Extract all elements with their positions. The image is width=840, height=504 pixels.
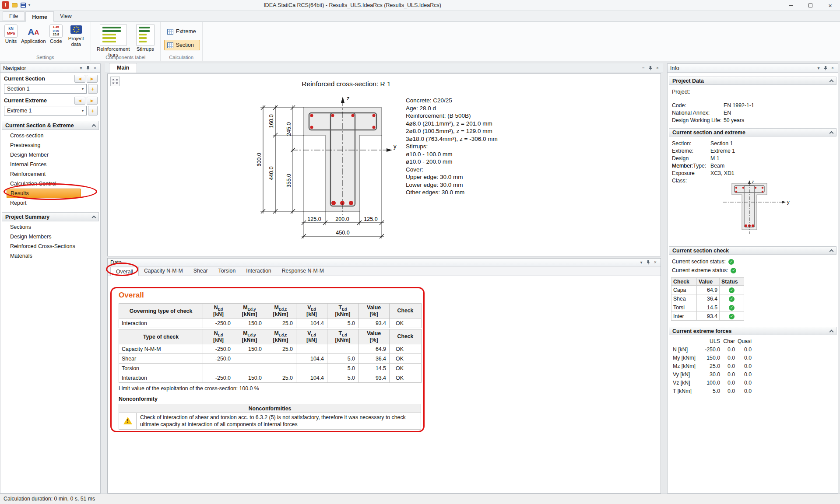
table-row: Capacity N-M-M -250.0 150.0 25.0 64.9 OK bbox=[119, 344, 422, 354]
application-button[interactable]: A A Application bbox=[20, 24, 47, 45]
minimize-button[interactable] bbox=[781, 0, 801, 11]
prev-extreme-button[interactable]: ◀ bbox=[74, 97, 85, 105]
project-data-button[interactable]: Project data bbox=[65, 24, 87, 48]
section-button[interactable]: Section bbox=[164, 40, 200, 50]
col-check: Check bbox=[390, 304, 422, 318]
value-cell bbox=[296, 344, 327, 354]
navigator-item-calculation-control[interactable]: Calculation Control bbox=[0, 179, 100, 189]
status-ok-icon: ✓ bbox=[729, 296, 735, 302]
navigator-item-prestressing[interactable]: Prestressing bbox=[0, 140, 100, 150]
table-row: Vz [kN]100.00.00.0 bbox=[672, 378, 752, 387]
close-icon[interactable]: × bbox=[652, 259, 659, 266]
value-cell: 25.0 bbox=[265, 344, 296, 354]
navigator-item-results[interactable]: Results bbox=[7, 189, 81, 198]
next-extreme-button[interactable]: ▶ bbox=[87, 97, 98, 105]
col-ved: VEd[kN] bbox=[296, 329, 327, 344]
navigator-item-sections[interactable]: Sections bbox=[0, 222, 100, 232]
next-section-button[interactable]: ▶ bbox=[87, 75, 98, 83]
tab-response-nmm[interactable]: Response N-M-M bbox=[277, 266, 329, 276]
tab-main[interactable]: Main bbox=[109, 63, 137, 73]
section-notes: Concrete: C20/25 Age: 28.0 d Reinforceme… bbox=[406, 97, 498, 196]
chevron-down-icon[interactable]: ▾ bbox=[77, 65, 84, 72]
navigator-item-design-members[interactable]: Design Members bbox=[0, 232, 100, 242]
col-medz: MEd,z[kNm] bbox=[265, 304, 296, 318]
extreme-manager-button[interactable]: + bbox=[88, 106, 98, 116]
data-tab-strip: Overall Capacity N-M-M Shear Torsion Int… bbox=[108, 266, 661, 276]
chevron-down-icon[interactable]: ▾ bbox=[638, 259, 645, 266]
chevron-down-icon[interactable]: ▾ bbox=[815, 65, 822, 72]
group-current-extreme-forces[interactable]: Current extreme forces bbox=[669, 327, 836, 335]
group-current-section-check[interactable]: Current section check bbox=[669, 246, 836, 255]
dim-total-width: 450.0 bbox=[336, 230, 349, 236]
code-icon: 1.45 0.90 25.8 bbox=[49, 24, 63, 38]
section-manager-button[interactable]: + bbox=[88, 84, 98, 94]
group-project-summary[interactable]: Project Summary bbox=[2, 212, 99, 221]
value-cell: 25.0 bbox=[265, 373, 296, 383]
eu-flag-icon bbox=[70, 24, 83, 35]
nonconformity-label: Nonconformity bbox=[119, 396, 661, 402]
note-line: Other edges: 30.0 mm bbox=[406, 189, 498, 196]
dim-z-top: 245.0 bbox=[286, 122, 292, 136]
tab-view[interactable]: View bbox=[54, 11, 78, 21]
row-label-cell: Shear bbox=[119, 354, 203, 364]
navigator-item-reinforcement[interactable]: Reinforcement bbox=[0, 169, 100, 179]
navigator-item-internal-forces[interactable]: Internal Forces bbox=[0, 160, 100, 169]
value-cell: -250.0 bbox=[203, 318, 234, 328]
close-icon[interactable]: × bbox=[654, 64, 661, 71]
code-button[interactable]: 1.45 0.90 25.8 Code bbox=[49, 24, 63, 45]
section-select[interactable]: Section 1 ▾ bbox=[4, 84, 87, 94]
status-ok-icon: ✓ bbox=[731, 268, 736, 273]
nonconformities-table: Nonconformities ! Check of interaction o… bbox=[119, 404, 421, 430]
tab-overall[interactable]: Overall bbox=[110, 267, 139, 276]
tab-home[interactable]: Home bbox=[25, 11, 54, 22]
ribbon: kN MPa Units A A Application 1.45 0.90 2… bbox=[0, 22, 840, 61]
navigator-list: Sections Design Members Reinforced Cross… bbox=[0, 221, 100, 261]
prev-section-button[interactable]: ◀ bbox=[74, 75, 85, 83]
tab-file[interactable]: File bbox=[3, 11, 25, 21]
tab-capacity-nmm[interactable]: Capacity N-M-M bbox=[139, 266, 188, 276]
tab-torsion[interactable]: Torsion bbox=[213, 266, 241, 276]
value-cell: 104.4 bbox=[296, 373, 327, 383]
stirrups-button[interactable]: Stirrups bbox=[134, 24, 157, 53]
close-icon[interactable]: × bbox=[829, 65, 836, 72]
menu-icon[interactable]: ≡ bbox=[640, 64, 647, 71]
group-current-section-extreme[interactable]: Current Section & Extreme bbox=[2, 121, 99, 130]
navigator-item-materials[interactable]: Materials bbox=[0, 251, 100, 261]
navigator-item-reinforced-cross-sections[interactable]: Reinforced Cross-Sections bbox=[0, 242, 100, 251]
maximize-button[interactable] bbox=[801, 0, 820, 11]
pin-icon[interactable] bbox=[822, 65, 829, 72]
pin-icon[interactable] bbox=[647, 64, 654, 71]
note-line: ø10.0 - 100.0 mm bbox=[406, 150, 498, 158]
pin-icon[interactable] bbox=[84, 65, 91, 72]
info-row: Design Working Life:50 years bbox=[668, 117, 838, 124]
navigator-list: Cross-section Prestressing Design Member… bbox=[0, 130, 100, 208]
dim-total-height: 600.0 bbox=[256, 153, 262, 166]
status-ok-icon: ✓ bbox=[729, 305, 735, 311]
close-icon[interactable]: × bbox=[91, 65, 98, 72]
table-row: Shea36.4✓ bbox=[671, 294, 744, 303]
status-bar: Calculation duration: 0 min, 0 s, 51 ms bbox=[0, 494, 840, 504]
note-line: 4ø8.0 (201.1mm²), z = 201.0 mm bbox=[406, 120, 498, 128]
col-ved: VEd[kN] bbox=[296, 304, 327, 318]
ribbon-group-components-label: Reinforcement bars Stirrups Components l… bbox=[91, 22, 161, 61]
value-cell: -250.0 bbox=[203, 373, 234, 383]
extreme-button[interactable]: Extreme bbox=[164, 26, 200, 37]
z-axis-label: z bbox=[347, 95, 350, 102]
tab-interaction[interactable]: Interaction bbox=[241, 266, 276, 276]
group-current-section-extreme[interactable]: Current section and extreme bbox=[669, 128, 836, 136]
navigator-item-report[interactable]: Report bbox=[0, 198, 100, 208]
dim-bottom-left: 125.0 bbox=[307, 216, 321, 222]
pin-icon[interactable] bbox=[645, 259, 652, 266]
navigator-item-design-member[interactable]: Design Member bbox=[0, 150, 100, 160]
value-cell: 150.0 bbox=[234, 344, 265, 354]
limit-note: Limit value of the exploitation of the c… bbox=[119, 385, 661, 392]
close-button[interactable]: × bbox=[820, 0, 840, 11]
tab-shear[interactable]: Shear bbox=[188, 266, 213, 276]
value-cell: 5.0 bbox=[327, 354, 358, 364]
units-button[interactable]: kN MPa Units bbox=[4, 24, 18, 45]
reinforcement-bars-button[interactable]: Reinforcement bars bbox=[95, 24, 132, 58]
reinforcement-bars-icon bbox=[100, 24, 127, 46]
extreme-select[interactable]: Extreme 1 ▾ bbox=[4, 106, 87, 116]
group-project-data[interactable]: Project Data bbox=[669, 77, 836, 85]
navigator-item-cross-section[interactable]: Cross-section bbox=[0, 131, 100, 140]
